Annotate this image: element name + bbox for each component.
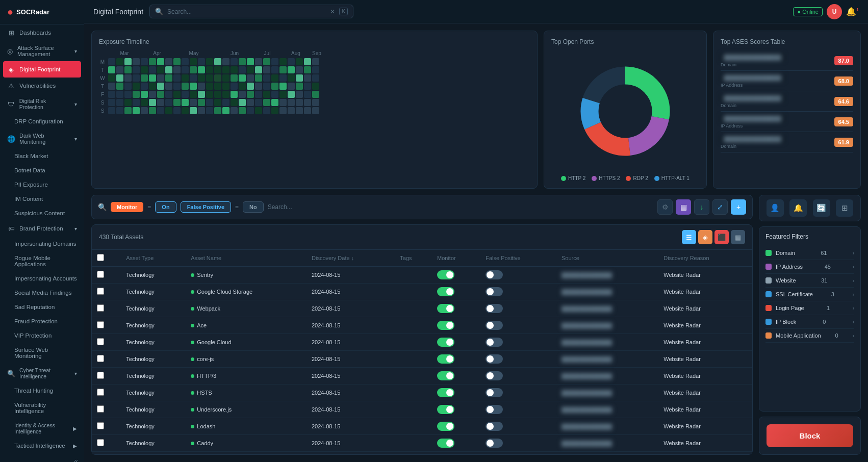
user-avatar[interactable]: U — [827, 4, 842, 19]
view-btn-gray[interactable]: ▦ — [731, 230, 745, 244]
right-panel: 👤 🔔 🔄 ⊞ Featured Filters Domain 61 › IP … — [759, 195, 861, 455]
fp-toggle-0[interactable] — [486, 270, 503, 279]
fp-toggle-3[interactable] — [486, 321, 503, 330]
sidebar-item-black-market[interactable]: Black Market — [0, 149, 84, 163]
fp-toggle-7[interactable] — [486, 388, 503, 397]
sidebar-item-vulnerabilities[interactable]: ⚠ Vulnerabilities — [0, 78, 84, 94]
asset-dot-7 — [191, 391, 194, 395]
sidebar-item-tactical-intelligence[interactable]: Tactical Intelligence ▶ — [0, 439, 84, 453]
block-button[interactable]: Block — [767, 424, 853, 447]
view-btn-orange[interactable]: ◈ — [698, 230, 712, 244]
sidebar-item-digital-footprint[interactable]: ◈ Digital Footprint — [3, 61, 81, 78]
filter-settings-button[interactable]: ⚙ — [657, 199, 673, 215]
row-checkbox-3[interactable] — [97, 321, 104, 328]
panel-user-icon[interactable]: 👤 — [767, 199, 784, 217]
row-tags-8 — [395, 401, 432, 418]
table-row: Technology Google Cloud 2024-08-15 █████… — [92, 334, 752, 351]
row-checkbox-7[interactable] — [97, 389, 104, 396]
panel-refresh-icon[interactable]: 🔄 — [813, 199, 830, 217]
collapse-sidebar-button[interactable]: « — [0, 453, 84, 462]
sidebar-item-rogue-mobile[interactable]: Rogue Mobile Applications — [0, 251, 84, 271]
sidebar-item-dashboards[interactable]: ⊞ Dashboards — [0, 24, 84, 41]
filter-search-input[interactable] — [268, 203, 653, 211]
fp-toggle-1[interactable] — [486, 287, 503, 296]
sidebar-item-attack-surface[interactable]: ◎ Attack Surface Management ▾ — [0, 41, 84, 61]
row-checkbox-0[interactable] — [97, 271, 104, 278]
panel-grid-icon[interactable]: ⊞ — [836, 199, 853, 217]
sidebar-item-threat-hunting[interactable]: Threat Hunting — [0, 383, 84, 398]
monitor-toggle-2[interactable] — [437, 304, 454, 313]
select-all-checkbox[interactable] — [97, 254, 104, 261]
notification-icon[interactable]: 🔔1 — [846, 7, 859, 16]
row-checkbox-10[interactable] — [97, 439, 104, 446]
featured-filter-domain[interactable]: Domain 61 › — [765, 246, 854, 260]
row-checkbox-1[interactable] — [97, 288, 104, 295]
sidebar-item-impersonating-accounts[interactable]: Impersonating Accounts — [0, 271, 84, 286]
view-btn-red[interactable]: ⬛ — [714, 230, 729, 244]
sidebar-item-im-content[interactable]: IM Content — [0, 192, 84, 206]
monitor-toggle-10[interactable] — [437, 439, 454, 448]
monitor-toggle-8[interactable] — [437, 405, 454, 414]
row-checkbox-4[interactable] — [97, 338, 104, 345]
fp-filter-button[interactable]: False Positive — [181, 201, 231, 213]
monitor-toggle-9[interactable] — [437, 422, 454, 431]
panel-alert-icon[interactable]: 🔔 — [789, 199, 807, 217]
view-btn-list[interactable]: ☰ — [682, 230, 696, 244]
monitor-filter-button[interactable]: Monitor — [111, 202, 143, 212]
featured-filter-ssl-certificate[interactable]: SSL Certificate 3 › — [765, 288, 854, 301]
sidebar-item-vuln-intelligence[interactable]: Vulnerability Intelligence — [0, 398, 84, 418]
featured-filter-login-page[interactable]: Login Page 1 › — [765, 301, 854, 315]
row-fp-10 — [480, 435, 556, 452]
row-reason-6: Website Radar — [658, 368, 752, 384]
row-checkbox-6[interactable] — [97, 372, 104, 379]
row-checkbox-8[interactable] — [97, 405, 104, 413]
sidebar-item-drp-config[interactable]: DRP Configuration — [0, 114, 84, 129]
search-filter-icon[interactable]: 🔍 — [98, 203, 107, 211]
search-input[interactable] — [167, 8, 326, 15]
monitor-toggle-1[interactable] — [437, 287, 454, 296]
fp-toggle-8[interactable] — [486, 405, 503, 414]
fp-toggle-9[interactable] — [486, 422, 503, 431]
sidebar-item-fraud-protection[interactable]: Fraud Protection — [0, 314, 84, 328]
sidebar-item-pii-exposure[interactable]: PII Exposure — [0, 177, 84, 192]
sidebar-item-impersonating-domains[interactable]: Impersonating Domains — [0, 237, 84, 251]
sidebar-item-social-media[interactable]: Social Media Findings — [0, 286, 84, 300]
filter-add-button[interactable]: + — [731, 199, 746, 215]
on-filter-button[interactable]: On — [155, 201, 176, 213]
sidebar-item-suspicious-content[interactable]: Suspicious Content — [0, 206, 84, 220]
monitor-toggle-3[interactable] — [437, 321, 454, 330]
filter-columns-button[interactable]: ▤ — [676, 199, 691, 215]
monitor-toggle-6[interactable] — [437, 371, 454, 380]
fp-toggle-5[interactable] — [486, 354, 503, 364]
sidebar-item-vip-protection[interactable]: VIP Protection — [0, 328, 84, 343]
monitor-toggle-7[interactable] — [437, 388, 454, 397]
sidebar-item-surface-web[interactable]: Surface Web Monitoring — [0, 343, 84, 363]
no-filter-button[interactable]: No — [243, 201, 264, 213]
sidebar-item-brand-protection[interactable]: 🏷 Brand Protection ▾ — [0, 220, 84, 237]
fp-toggle-4[interactable] — [486, 338, 503, 347]
sidebar-item-digital-risk[interactable]: 🛡 Digital Risk Protection ▾ — [0, 94, 84, 114]
filter-download-button[interactable]: ↓ — [694, 199, 709, 215]
fp-toggle-10[interactable] — [486, 439, 503, 448]
row-checkbox-2[interactable] — [97, 304, 104, 312]
fp-toggle-6[interactable] — [486, 371, 503, 380]
fp-toggle-2[interactable] — [486, 304, 503, 313]
featured-filter-ip-block[interactable]: IP Block 0 › — [765, 315, 854, 329]
clear-search-icon[interactable]: ✕ — [330, 8, 335, 15]
monitor-toggle-5[interactable] — [437, 354, 454, 364]
monitor-toggle-4[interactable] — [437, 338, 454, 347]
row-checkbox-9[interactable] — [97, 422, 104, 429]
featured-filter-mobile-application[interactable]: Mobile Application 0 › — [765, 329, 854, 343]
sidebar-item-bad-reputation[interactable]: Bad Reputation — [0, 300, 84, 314]
sidebar-item-botnet-data[interactable]: Botnet Data — [0, 163, 84, 177]
filter-expand-button[interactable]: ⤢ — [712, 199, 728, 215]
featured-filters-title: Featured Filters — [765, 233, 854, 240]
sidebar-item-cyber-threat[interactable]: 🔍 Cyber Threat Intelligence ▾ — [0, 363, 84, 383]
featured-filter-website[interactable]: Website 31 › — [765, 274, 854, 288]
sidebar-item-identity-access[interactable]: Identity & Access Intelligence ▶ — [0, 418, 84, 439]
monitor-toggle-0[interactable] — [437, 270, 454, 279]
row-checkbox-5[interactable] — [97, 355, 104, 362]
featured-filter-ip-address[interactable]: IP Address 45 › — [765, 260, 854, 274]
sidebar-item-dark-web[interactable]: 🌐 Dark Web Monitoring ▾ — [0, 129, 84, 149]
row-date-4: 2024-08-15 — [307, 334, 395, 351]
